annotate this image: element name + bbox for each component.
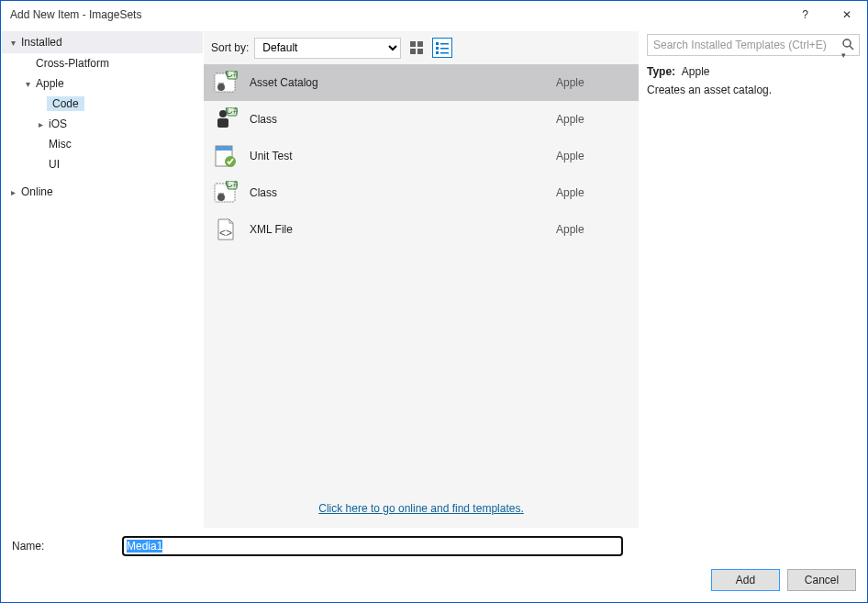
button-row: Add Cancel: [12, 569, 856, 591]
class-icon: C#: [213, 180, 239, 206]
svg-rect-4: [436, 42, 439, 45]
search-input[interactable]: [647, 34, 860, 56]
template-category: Apple: [556, 113, 629, 126]
svg-rect-3: [417, 49, 423, 54]
detail-type-label: Type:: [647, 65, 675, 78]
svg-rect-6: [436, 47, 439, 50]
svg-text:C#: C#: [225, 71, 238, 80]
svg-text:<>: <>: [219, 227, 232, 240]
tree-item-ui[interactable]: UI: [1, 154, 203, 174]
template-name: Unit Test: [250, 150, 545, 162]
cancel-button[interactable]: Cancel: [787, 569, 856, 591]
chevron-right-icon: ▸: [6, 187, 19, 197]
add-new-item-dialog: Add New Item - ImageSets ? ✕ ▾ Installed…: [0, 0, 868, 603]
tree-item-code[interactable]: Code: [1, 94, 203, 114]
view-list-button[interactable]: [432, 38, 452, 58]
tree-item-misc[interactable]: Misc: [1, 134, 203, 154]
template-name: Class: [250, 113, 545, 126]
detail-type-value: Apple: [682, 65, 710, 78]
xml-file-icon: <>: [213, 217, 239, 242]
template-list: C# Asset Catalog Apple C: [204, 64, 639, 493]
svg-text:C#: C#: [225, 181, 238, 190]
close-button[interactable]: ✕: [826, 1, 867, 28]
template-name: Asset Catalog: [250, 76, 545, 89]
category-tree: ▾ Installed Cross-Platform ▾ Apple Code …: [1, 28, 203, 530]
template-row-class-2[interactable]: C# Class Apple: [204, 174, 639, 211]
dialog-body: ▾ Installed Cross-Platform ▾ Apple Code …: [1, 28, 867, 530]
template-name: Class: [250, 186, 545, 199]
svg-text:C#: C#: [225, 107, 238, 117]
tree-item-cross-platform[interactable]: Cross-Platform: [1, 53, 203, 73]
search-icon[interactable]: ▾: [841, 38, 854, 63]
detail-description: Creates an asset catalog.: [647, 84, 860, 96]
sort-by-select[interactable]: Default: [254, 38, 401, 59]
unit-test-icon: [213, 143, 239, 169]
template-row-class[interactable]: C# Class Apple: [204, 101, 639, 138]
asset-catalog-icon: C#: [213, 70, 239, 95]
template-name: XML File: [250, 223, 545, 236]
center-panel: Sort by: Default: [203, 31, 640, 528]
svg-rect-1: [417, 41, 423, 47]
template-row-unit-test[interactable]: Unit Test Apple: [204, 138, 639, 174]
svg-rect-8: [436, 51, 439, 54]
template-category: Apple: [556, 223, 629, 236]
name-row: Name:: [12, 536, 856, 556]
list-icon: [436, 41, 449, 54]
help-button[interactable]: ?: [785, 1, 826, 28]
grid-icon: [410, 41, 423, 54]
svg-rect-2: [410, 49, 416, 54]
view-medium-icons-button[interactable]: [406, 38, 427, 58]
svg-rect-0: [410, 41, 416, 47]
svg-rect-9: [440, 52, 449, 54]
right-panel: ▾ Type: Apple Creates an asset catalog.: [640, 28, 867, 530]
name-input[interactable]: [122, 536, 623, 556]
add-button[interactable]: Add: [711, 569, 780, 591]
chevron-down-icon: ▾: [6, 38, 19, 48]
template-row-xml-file[interactable]: <> XML File Apple: [204, 211, 639, 248]
svg-line-27: [850, 46, 853, 50]
template-category: Apple: [556, 150, 629, 162]
template-detail: Type: Apple Creates an asset catalog.: [647, 65, 860, 102]
titlebar: Add New Item - ImageSets ? ✕: [1, 1, 867, 28]
template-category: Apple: [556, 186, 629, 199]
svg-point-13: [217, 84, 225, 91]
window-title: Add New Item - ImageSets: [10, 8, 141, 21]
online-templates-link-row: Click here to go online and find templat…: [204, 493, 639, 528]
svg-rect-19: [216, 146, 232, 151]
tree-item-apple[interactable]: ▾ Apple: [1, 73, 203, 94]
name-label: Name:: [12, 540, 113, 553]
chevron-down-icon: ▾: [21, 79, 34, 89]
class-icon: C#: [213, 106, 239, 132]
bottom-bar: Name: Add Cancel: [1, 530, 867, 602]
svg-rect-5: [440, 43, 449, 45]
toolbar: Sort by: Default: [204, 31, 639, 64]
tree-header-online[interactable]: ▸ Online: [1, 182, 203, 202]
svg-point-24: [217, 194, 225, 201]
template-category: Apple: [556, 76, 629, 89]
svg-rect-7: [440, 48, 449, 50]
template-row-asset-catalog[interactable]: C# Asset Catalog Apple: [204, 64, 639, 101]
tree-header-installed[interactable]: ▾ Installed: [1, 31, 203, 53]
svg-point-26: [843, 39, 851, 47]
sort-by-label: Sort by:: [211, 41, 249, 54]
online-templates-link[interactable]: Click here to go online and find templat…: [318, 502, 523, 515]
svg-rect-15: [217, 118, 228, 128]
chevron-right-icon: ▸: [34, 119, 47, 129]
tree-item-ios[interactable]: ▸ iOS: [1, 114, 203, 134]
